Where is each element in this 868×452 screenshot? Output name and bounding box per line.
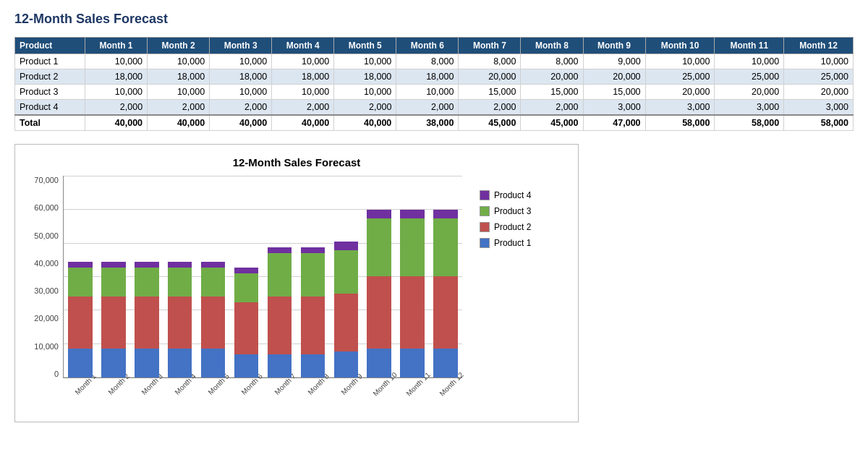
product3-segment: [68, 268, 93, 297]
legend-item: Product 2: [480, 222, 566, 232]
bar-group: [364, 176, 394, 378]
product1-segment: [101, 349, 126, 378]
product2-segment: [433, 276, 458, 349]
table-cell: 3,000: [583, 100, 645, 116]
legend-swatch: [480, 222, 490, 232]
total-cell: Total: [15, 115, 85, 131]
product4-segment: [201, 262, 226, 268]
product3-segment: [433, 218, 458, 276]
bar-group: [65, 176, 95, 378]
table-header: Month 7: [459, 38, 521, 54]
table-header: Month 11: [715, 38, 784, 54]
product3-segment: [301, 253, 326, 297]
table-cell: 2,000: [272, 100, 334, 116]
product1-segment: [301, 354, 326, 378]
y-axis-label: 60,000: [34, 203, 59, 212]
page-title: 12-Month Sales Forecast: [14, 12, 854, 27]
y-axis-label: 50,000: [34, 231, 59, 240]
product3-segment: [234, 273, 259, 302]
table-cell: 18,000: [148, 69, 210, 85]
legend-swatch: [480, 206, 490, 216]
legend-swatch: [480, 238, 490, 248]
product3-segment: [268, 253, 292, 297]
table-row: Product 218,00018,00018,00018,00018,0001…: [15, 69, 854, 85]
stacked-bar: [234, 268, 259, 378]
total-cell: 38,000: [396, 115, 459, 131]
table-cell: 15,000: [583, 85, 645, 100]
table-cell: 20,000: [583, 69, 645, 85]
table-cell: 2,000: [334, 100, 396, 116]
table-cell: 10,000: [148, 85, 210, 100]
table-header: Month 12: [784, 38, 854, 54]
table-header: Month 2: [148, 38, 210, 54]
y-axis-label: 30,000: [34, 286, 59, 295]
total-cell: 40,000: [85, 115, 148, 131]
table-cell: 15,000: [459, 85, 521, 100]
bar-group: [331, 176, 361, 378]
table-cell: Product 1: [15, 54, 85, 69]
product4-segment: [301, 247, 326, 253]
table-cell: 10,000: [715, 54, 784, 69]
product4-segment: [135, 262, 159, 268]
stacked-bar: [135, 262, 159, 378]
product4-segment: [168, 262, 192, 268]
total-cell: 40,000: [334, 115, 396, 131]
table-cell: 10,000: [85, 54, 148, 69]
legend-item: Product 1: [480, 238, 566, 248]
bar-group: [265, 176, 295, 378]
stacked-bar: [433, 210, 458, 378]
chart-container: 12-Month Sales Forecast 70,00060,00050,0…: [14, 144, 579, 422]
product2-segment: [68, 297, 93, 349]
table-cell: 25,000: [645, 69, 715, 85]
forecast-table: ProductMonth 1Month 2Month 3Month 4Month…: [14, 37, 854, 131]
table-cell: 18,000: [210, 69, 272, 85]
product1-segment: [400, 349, 425, 378]
x-labels-row: Month 1Month 2Month 3Month 4Month 5Month…: [63, 378, 462, 414]
table-cell: 18,000: [85, 69, 148, 85]
legend-item: Product 4: [480, 190, 566, 200]
product1-segment: [367, 349, 391, 378]
table-cell: 2,000: [396, 100, 459, 116]
table-cell: 10,000: [334, 85, 396, 100]
table-header: Month 4: [272, 38, 334, 54]
stacked-bar: [367, 210, 391, 378]
product2-segment: [135, 297, 159, 349]
y-axis-label: 40,000: [34, 259, 59, 268]
table-cell: 2,000: [210, 100, 272, 116]
product1-segment: [135, 349, 159, 378]
table-row: Product 42,0002,0002,0002,0002,0002,0002…: [15, 100, 854, 116]
bar-group: [397, 176, 427, 378]
legend-item: Product 3: [480, 206, 566, 216]
product2-segment: [101, 297, 126, 349]
bars-grid: [63, 176, 462, 378]
table-cell: 8,000: [459, 54, 521, 69]
product2-segment: [301, 297, 326, 354]
product1-segment: [334, 351, 359, 378]
legend-label: Product 1: [494, 238, 531, 248]
table-cell: 10,000: [784, 54, 854, 69]
table-cell: 18,000: [272, 69, 334, 85]
legend-label: Product 2: [494, 222, 531, 232]
total-row: Total40,00040,00040,00040,00040,00038,00…: [15, 115, 854, 131]
legend-label: Product 3: [494, 206, 531, 216]
stacked-bar: [400, 210, 425, 378]
table-header: Month 1: [85, 38, 148, 54]
product4-segment: [334, 242, 359, 250]
table-cell: 3,000: [715, 100, 784, 116]
product4-segment: [367, 210, 391, 218]
table-cell: 18,000: [334, 69, 396, 85]
table-cell: 2,000: [148, 100, 210, 116]
table-cell: 10,000: [272, 54, 334, 69]
total-cell: 58,000: [784, 115, 854, 131]
product2-segment: [334, 294, 359, 351]
stacked-bar: [334, 242, 359, 378]
table-cell: 3,000: [645, 100, 715, 116]
product2-segment: [201, 297, 226, 349]
product2-segment: [168, 297, 192, 349]
table-cell: 10,000: [645, 54, 715, 69]
product3-segment: [101, 268, 126, 297]
table-header: Month 6: [396, 38, 459, 54]
product3-segment: [400, 218, 425, 276]
table-row: Product 110,00010,00010,00010,00010,0008…: [15, 54, 854, 69]
table-cell: Product 2: [15, 69, 85, 85]
